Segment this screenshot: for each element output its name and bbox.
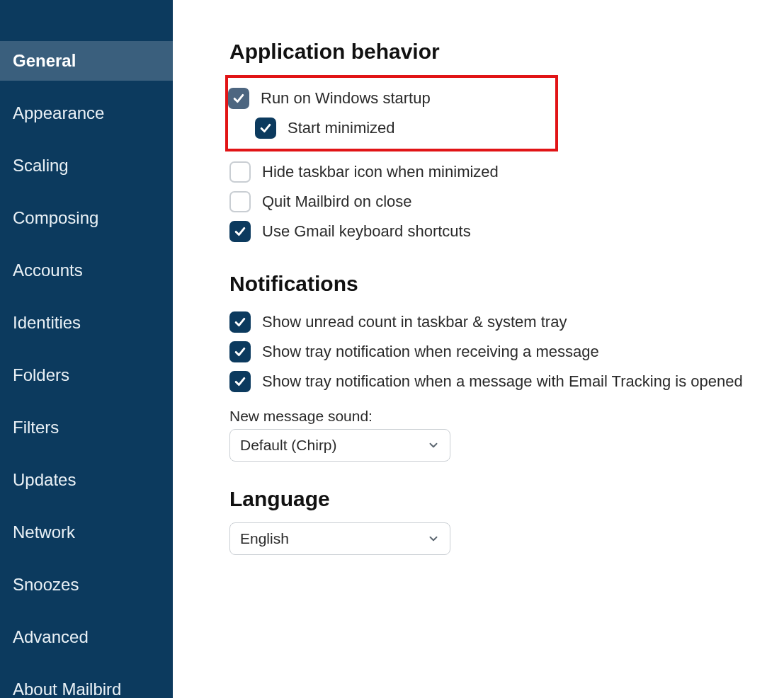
option-label: Show unread count in taskbar & system tr… <box>262 313 567 331</box>
sidebar-item-filters[interactable]: Filters <box>0 408 173 447</box>
settings-panel: Application behavior Run on Windows star… <box>173 0 784 698</box>
chevron-down-icon <box>427 439 440 452</box>
highlight-startup-options: Run on Windows startup Start minimized <box>225 75 558 151</box>
sidebar-item-scaling[interactable]: Scaling <box>0 146 173 185</box>
option-label: Quit Mailbird on close <box>262 193 412 211</box>
sidebar-item-accounts[interactable]: Accounts <box>0 251 173 290</box>
section-language: Language English <box>229 487 777 555</box>
select-language[interactable]: English <box>229 522 450 555</box>
option-label: Show tray notification when a message wi… <box>262 372 743 391</box>
option-run-on-startup[interactable]: Run on Windows startup <box>228 84 550 113</box>
checkbox-icon <box>229 311 251 333</box>
chevron-down-icon <box>427 532 440 545</box>
option-tray-on-receive[interactable]: Show tray notification when receiving a … <box>229 337 777 367</box>
section-notifications: Notifications Show unread count in taskb… <box>229 272 777 462</box>
option-hide-taskbar-icon[interactable]: Hide taskbar icon when minimized <box>229 157 777 187</box>
checkbox-icon <box>229 221 251 242</box>
sidebar-item-network[interactable]: Network <box>0 513 173 552</box>
checkbox-icon <box>229 161 251 183</box>
option-label: Show tray notification when receiving a … <box>262 343 599 361</box>
section-application-behavior: Application behavior Run on Windows star… <box>229 40 777 246</box>
heading-application-behavior: Application behavior <box>229 40 777 64</box>
checkbox-icon <box>229 191 251 212</box>
sidebar-item-advanced[interactable]: Advanced <box>0 617 173 657</box>
sidebar-item-snoozes[interactable]: Snoozes <box>0 565 173 605</box>
option-gmail-shortcuts[interactable]: Use Gmail keyboard shortcuts <box>229 217 777 246</box>
sidebar-item-appearance[interactable]: Appearance <box>0 93 173 133</box>
option-label: Start minimized <box>288 119 395 137</box>
checkbox-icon <box>229 371 251 392</box>
heading-language: Language <box>229 487 777 511</box>
select-value: Default (Chirp) <box>240 437 337 454</box>
sidebar-item-about-mailbird[interactable]: About Mailbird <box>0 670 173 698</box>
sidebar-item-folders[interactable]: Folders <box>0 355 173 395</box>
option-label: Use Gmail keyboard shortcuts <box>262 222 471 241</box>
settings-window: General Appearance Scaling Composing Acc… <box>0 0 784 698</box>
heading-notifications: Notifications <box>229 272 777 296</box>
option-label: Run on Windows startup <box>261 89 431 108</box>
checkbox-icon <box>228 88 249 109</box>
option-quit-on-close[interactable]: Quit Mailbird on close <box>229 187 777 217</box>
sidebar-item-updates[interactable]: Updates <box>0 460 173 500</box>
checkbox-icon <box>255 118 276 139</box>
option-label: Hide taskbar icon when minimized <box>262 163 499 181</box>
option-tray-on-tracking-open[interactable]: Show tray notification when a message wi… <box>229 367 777 396</box>
option-start-minimized[interactable]: Start minimized <box>228 113 550 143</box>
settings-sidebar: General Appearance Scaling Composing Acc… <box>0 0 173 698</box>
checkbox-icon <box>229 341 251 362</box>
label-new-message-sound: New message sound: <box>229 408 777 425</box>
option-show-unread-count[interactable]: Show unread count in taskbar & system tr… <box>229 307 777 337</box>
sidebar-item-composing[interactable]: Composing <box>0 198 173 238</box>
select-value: English <box>240 530 289 547</box>
sidebar-item-identities[interactable]: Identities <box>0 303 173 343</box>
select-new-message-sound[interactable]: Default (Chirp) <box>229 429 450 462</box>
sidebar-item-general[interactable]: General <box>0 41 173 81</box>
